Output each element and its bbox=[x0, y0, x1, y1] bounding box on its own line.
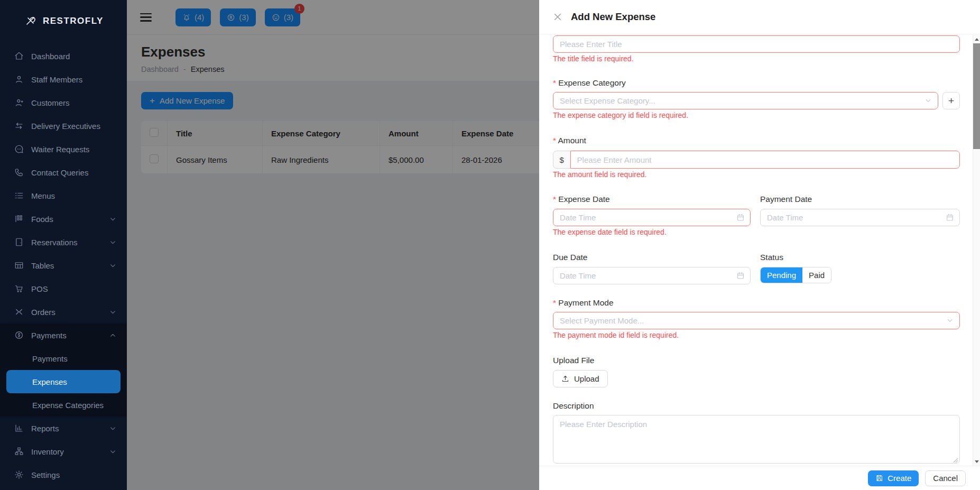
sidebar-item-label: Payments bbox=[31, 331, 102, 340]
sidebar-item-customers[interactable]: Customers bbox=[0, 91, 127, 114]
payment-mode-select-input[interactable] bbox=[553, 312, 960, 329]
description-label: Description bbox=[553, 401, 960, 411]
logo[interactable]: RESTROFLY bbox=[0, 0, 127, 34]
sidebar-item-foods[interactable]: Foods bbox=[0, 207, 127, 230]
create-button[interactable]: Create bbox=[868, 470, 919, 486]
upload-file-label: Upload File bbox=[553, 356, 960, 365]
sidebar-item-label: POS bbox=[31, 284, 116, 293]
chevron-down-icon bbox=[109, 309, 116, 316]
sidebar-item-payments[interactable]: Payments bbox=[0, 323, 127, 347]
scroll-up-arrow[interactable] bbox=[973, 35, 980, 43]
sidebar-item-orders[interactable]: Orders bbox=[0, 300, 127, 323]
sidebar-item-label: Waiter Requests bbox=[31, 145, 116, 154]
payments-group: Payments Payments Expenses Expense Categ… bbox=[0, 323, 127, 417]
sidebar-item-waiter-requests[interactable]: Waiter Requests bbox=[0, 137, 127, 161]
payment-mode-error: The payment mode id field is required. bbox=[553, 331, 960, 340]
save-icon bbox=[875, 474, 883, 482]
sidebar-item-menus[interactable]: Menus bbox=[0, 184, 127, 207]
sidebar-item-label: Foods bbox=[31, 215, 102, 224]
gear-icon bbox=[14, 470, 24, 479]
sidebar-subitem-label: Payments bbox=[32, 354, 68, 363]
app-root: RESTROFLY Dashboard Staff Members Custom… bbox=[0, 0, 980, 490]
sidebar-item-pos[interactable]: POS bbox=[0, 277, 127, 300]
expense-category-select[interactable] bbox=[553, 92, 938, 109]
amount-input[interactable] bbox=[570, 151, 960, 169]
description-textarea[interactable] bbox=[553, 415, 960, 464]
currency-prefix: $ bbox=[553, 151, 570, 169]
menu-list-icon bbox=[14, 191, 24, 200]
add-expense-drawer: Add New Expense The title field is requi… bbox=[539, 0, 980, 490]
payment-date-picker[interactable] bbox=[760, 209, 960, 226]
chat-icon bbox=[14, 144, 24, 154]
sidebar-item-staff-members[interactable]: Staff Members bbox=[0, 68, 127, 91]
due-date-input[interactable] bbox=[553, 267, 751, 284]
sidebar-subitem-expenses[interactable]: Expenses bbox=[6, 370, 121, 393]
close-button[interactable] bbox=[553, 12, 562, 22]
scroll-down-arrow[interactable] bbox=[973, 458, 980, 465]
sidebar-item-label: Delivery Executives bbox=[31, 122, 116, 131]
brand-bird-icon bbox=[24, 15, 38, 27]
sidebar-subitem-label: Expenses bbox=[32, 377, 67, 386]
sidebar-item-label: Inventory bbox=[31, 447, 102, 456]
sidebar-item-inventory[interactable]: Inventory bbox=[0, 440, 127, 463]
sidebar-item-delivery-executives[interactable]: Delivery Executives bbox=[0, 114, 127, 137]
upload-icon bbox=[561, 375, 569, 383]
orders-icon bbox=[14, 307, 24, 317]
sidebar-nav: Dashboard Staff Members Customers Delive… bbox=[0, 44, 127, 486]
upload-button[interactable]: Upload bbox=[553, 370, 608, 387]
sidebar-item-tables[interactable]: Tables bbox=[0, 254, 127, 277]
status-option-pending[interactable]: Pending bbox=[761, 267, 802, 283]
sidebar-subitem-expense-categories[interactable]: Expense Categories bbox=[0, 393, 127, 417]
status-toggle: Pending Paid bbox=[760, 267, 831, 283]
create-button-label: Create bbox=[887, 474, 911, 483]
sidebar-item-label: Reservations bbox=[31, 238, 102, 247]
sidebar-item-settings[interactable]: Settings bbox=[0, 463, 127, 486]
sidebar-item-label: Tables bbox=[31, 261, 102, 270]
sidebar-item-contact-queries[interactable]: Contact Queries bbox=[0, 161, 127, 184]
table-icon bbox=[14, 261, 24, 270]
chevron-down-icon bbox=[109, 239, 116, 246]
payment-date-input[interactable] bbox=[760, 209, 960, 226]
add-category-button[interactable]: + bbox=[942, 92, 960, 109]
cancel-button[interactable]: Cancel bbox=[925, 470, 966, 486]
due-date-picker[interactable] bbox=[553, 267, 751, 284]
drawer-body: The title field is required. Expense Cat… bbox=[539, 34, 973, 466]
chevron-down-icon bbox=[109, 448, 116, 455]
expense-date-input[interactable] bbox=[553, 209, 751, 226]
payment-mode-label: Payment Mode bbox=[553, 298, 960, 308]
home-icon bbox=[14, 51, 24, 61]
sidebar-subitem-label: Expense Categories bbox=[32, 401, 104, 410]
chevron-up-icon bbox=[109, 332, 116, 339]
title-error: The title field is required. bbox=[553, 54, 960, 63]
reservation-icon bbox=[14, 237, 24, 247]
close-icon bbox=[553, 12, 562, 22]
title-input[interactable] bbox=[553, 35, 960, 53]
expense-category-select-input[interactable] bbox=[553, 92, 938, 109]
transfer-arrows-icon bbox=[14, 121, 24, 131]
status-option-paid[interactable]: Paid bbox=[802, 267, 831, 283]
sidebar-item-label: Menus bbox=[31, 191, 116, 200]
chevron-down-icon bbox=[109, 216, 116, 223]
sidebar-subitem-payments[interactable]: Payments bbox=[0, 347, 127, 370]
sidebar-item-label: Dashboard bbox=[31, 52, 116, 61]
chevron-down-icon bbox=[109, 262, 116, 269]
drawer-scrollbar bbox=[973, 35, 980, 466]
sidebar-item-dashboard[interactable]: Dashboard bbox=[0, 44, 127, 68]
cancel-button-label: Cancel bbox=[933, 474, 958, 483]
sidebar-item-reports[interactable]: Reports bbox=[0, 417, 127, 440]
drawer-title: Add New Expense bbox=[571, 11, 655, 23]
payment-mode-select[interactable] bbox=[553, 312, 960, 329]
sidebar-item-label: Staff Members bbox=[31, 75, 116, 84]
inventory-icon bbox=[14, 447, 24, 456]
scrollbar-thumb[interactable] bbox=[973, 43, 980, 149]
amount-label: Amount bbox=[553, 136, 960, 145]
plus-icon: + bbox=[948, 95, 954, 107]
expense-date-picker[interactable] bbox=[553, 209, 751, 226]
sidebar-item-label: Contact Queries bbox=[31, 168, 116, 177]
bar-chart-icon bbox=[14, 423, 24, 433]
expense-category-error: The expense category id field is require… bbox=[553, 111, 960, 120]
grid-icon bbox=[14, 214, 24, 224]
sidebar-item-reservations[interactable]: Reservations bbox=[0, 230, 127, 254]
dollar-circle-icon bbox=[14, 330, 24, 340]
phone-icon bbox=[14, 168, 24, 177]
